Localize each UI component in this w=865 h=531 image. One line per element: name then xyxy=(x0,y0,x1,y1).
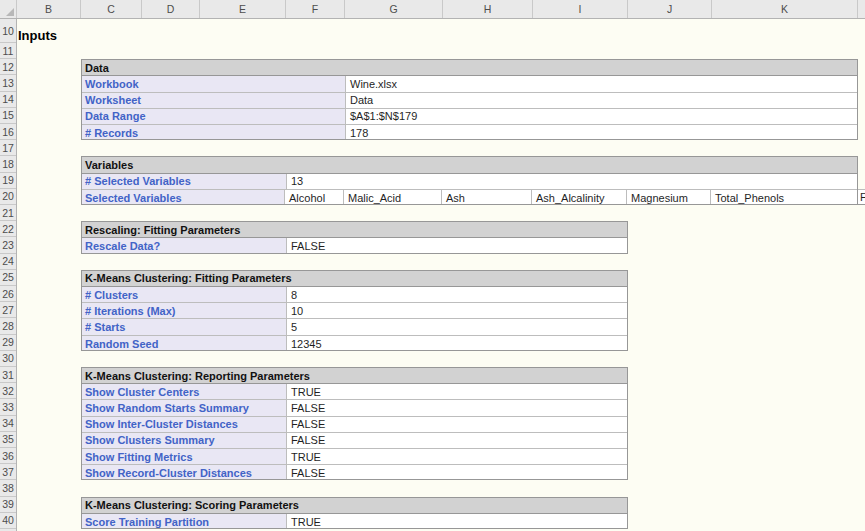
selected-variable-cell[interactable]: Ash xyxy=(442,190,532,205)
row-header-34[interactable]: 34 xyxy=(0,416,16,432)
value-cell[interactable]: 13 xyxy=(287,174,857,189)
section-header-cell[interactable]: K-Means Clustering: Reporting Parameters xyxy=(82,368,627,384)
row-header-12[interactable]: 12 xyxy=(0,59,16,75)
label-cell[interactable]: Rescale Data? xyxy=(82,238,287,253)
value-cell[interactable]: FALSE xyxy=(287,433,627,448)
column-header-C[interactable]: C xyxy=(81,0,142,18)
row-header-20[interactable]: 20 xyxy=(0,189,16,205)
label-cell[interactable]: Worksheet xyxy=(82,93,346,108)
label-cell[interactable]: Show Inter-Cluster Distances xyxy=(82,417,287,432)
label-cell[interactable]: # Starts xyxy=(82,319,287,334)
row-header-18[interactable]: 18 xyxy=(0,156,16,172)
selected-variable-cell[interactable]: Malic_Acid xyxy=(344,190,442,205)
row-header-29[interactable]: 29 xyxy=(0,335,16,351)
column-header-K[interactable]: K xyxy=(712,0,858,18)
table-row: # Records178 xyxy=(82,125,857,140)
table-row: Show Inter-Cluster DistancesFALSE xyxy=(82,417,627,433)
label-cell[interactable]: Score Training Partition xyxy=(82,514,287,529)
row-header-30[interactable]: 30 xyxy=(0,351,16,367)
value-cell[interactable]: 10 xyxy=(287,303,627,318)
column-header-G[interactable]: G xyxy=(345,0,443,18)
row-header-27[interactable]: 27 xyxy=(0,302,16,318)
label-cell[interactable]: Data Range xyxy=(82,109,346,124)
row-header-26[interactable]: 26 xyxy=(0,286,16,302)
row-header-25[interactable]: 25 xyxy=(0,270,16,286)
row-header-16[interactable]: 16 xyxy=(0,124,16,140)
rescaling-table: Rescaling: Fitting ParametersRescale Dat… xyxy=(81,221,628,253)
row-header-39[interactable]: 39 xyxy=(0,497,16,513)
value-cell[interactable]: FALSE xyxy=(287,417,627,432)
row-header-23[interactable]: 23 xyxy=(0,237,16,253)
selected-variable-cell[interactable]: Magnesium xyxy=(627,190,711,205)
selected-variable-cell[interactable]: Alcohol xyxy=(285,190,344,205)
row-header-19[interactable]: 19 xyxy=(0,173,16,189)
row-header-38[interactable]: 38 xyxy=(0,480,16,496)
value-cell[interactable]: Data xyxy=(346,93,857,108)
row-header-40[interactable]: 40 xyxy=(0,513,16,529)
section-header-cell[interactable]: Data xyxy=(82,60,857,76)
row-header-10[interactable]: 10 xyxy=(0,19,16,43)
row-header-33[interactable]: 33 xyxy=(0,399,16,415)
value-cell[interactable]: Wine.xlsx xyxy=(346,76,857,91)
label-cell[interactable]: Show Cluster Centers xyxy=(82,384,287,399)
column-header-J[interactable]: J xyxy=(628,0,712,18)
table-row: Data Range$A$1:$N$179 xyxy=(82,109,857,125)
selected-variable-overflow-cell[interactable]: F xyxy=(858,189,865,205)
label-cell[interactable]: # Clusters xyxy=(82,287,287,302)
section-header-cell[interactable]: Rescaling: Fitting Parameters xyxy=(82,222,627,238)
selected-variable-cell[interactable]: Total_Phenols xyxy=(711,190,857,205)
row-header-22[interactable]: 22 xyxy=(0,221,16,237)
label-cell[interactable]: Show Record-Cluster Distances xyxy=(82,465,287,480)
column-header-F[interactable]: F xyxy=(286,0,345,18)
section-header-cell[interactable]: K-Means Clustering: Fitting Parameters xyxy=(82,271,627,287)
row-header-28[interactable]: 28 xyxy=(0,318,16,334)
row-header-37[interactable]: 37 xyxy=(0,464,16,480)
select-all-triangle-icon xyxy=(6,8,14,16)
label-cell[interactable]: # Iterations (Max) xyxy=(82,303,287,318)
row-header-31[interactable]: 31 xyxy=(0,367,16,383)
table-row: Rescale Data?FALSE xyxy=(82,238,627,253)
row-header-36[interactable]: 36 xyxy=(0,448,16,464)
value-cell[interactable]: FALSE xyxy=(287,400,627,415)
row-header-24[interactable]: 24 xyxy=(0,254,16,270)
column-header-B[interactable]: B xyxy=(17,0,81,18)
row-header-14[interactable]: 14 xyxy=(0,92,16,108)
label-cell[interactable]: # Selected Variables xyxy=(82,174,287,189)
label-cell[interactable]: Selected Variables xyxy=(82,190,285,205)
label-cell[interactable]: Workbook xyxy=(82,76,346,91)
value-cell[interactable]: FALSE xyxy=(287,465,627,480)
row-header-15[interactable]: 15 xyxy=(0,108,16,124)
row-header-13[interactable]: 13 xyxy=(0,75,16,91)
column-header-E[interactable]: E xyxy=(200,0,286,18)
label-cell[interactable]: Show Fitting Metrics xyxy=(82,449,287,464)
value-cell[interactable]: TRUE xyxy=(287,514,627,529)
table-row: Selected VariablesAlcoholMalic_AcidAshAs… xyxy=(82,190,857,205)
selected-variable-cell[interactable]: Ash_Alcalinity xyxy=(532,190,627,205)
label-cell[interactable]: Random Seed xyxy=(82,336,287,351)
value-cell[interactable]: TRUE xyxy=(287,449,627,464)
column-header-H[interactable]: H xyxy=(443,0,533,18)
label-cell[interactable]: Show Clusters Summary xyxy=(82,433,287,448)
select-all-corner[interactable] xyxy=(0,0,17,18)
section-header-cell[interactable]: Variables xyxy=(82,157,857,173)
row-header-17[interactable]: 17 xyxy=(0,140,16,156)
row-header-35[interactable]: 35 xyxy=(0,432,16,448)
value-cell[interactable]: FALSE xyxy=(287,238,627,253)
column-header-D[interactable]: D xyxy=(142,0,200,18)
row-header-32[interactable]: 32 xyxy=(0,383,16,399)
value-cell[interactable]: TRUE xyxy=(287,384,627,399)
row-header-11[interactable]: 11 xyxy=(0,43,16,59)
value-cell[interactable]: 12345 xyxy=(287,336,627,351)
table-row: Show Fitting MetricsTRUE xyxy=(82,449,627,465)
column-header-I[interactable]: I xyxy=(533,0,628,18)
value-cell[interactable]: 178 xyxy=(346,125,857,140)
value-cell[interactable]: 5 xyxy=(287,319,627,334)
label-cell[interactable]: Show Random Starts Summary xyxy=(82,400,287,415)
section-header-cell[interactable]: K-Means Clustering: Scoring Parameters xyxy=(82,498,627,514)
sheet-title[interactable]: Inputs xyxy=(18,19,57,46)
row-header-21[interactable]: 21 xyxy=(0,205,16,221)
value-cell[interactable]: 8 xyxy=(287,287,627,302)
column-header-sliver[interactable] xyxy=(858,0,865,18)
label-cell[interactable]: # Records xyxy=(82,125,346,140)
value-cell[interactable]: $A$1:$N$179 xyxy=(346,109,857,124)
